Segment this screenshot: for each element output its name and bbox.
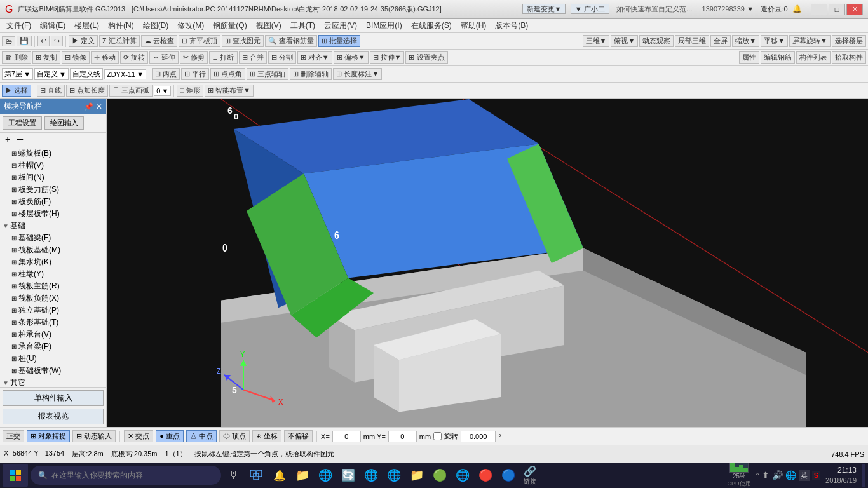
tree-item-jishuikeng[interactable]: ⊞集水坑(K) — [1, 256, 105, 268]
tray-up[interactable]: ⬆ — [762, 470, 770, 480]
bell-icon[interactable]: 🔔 — [792, 4, 802, 13]
notification-icon[interactable]: 🔔 — [269, 465, 290, 485]
menu-file[interactable]: 文件(F) — [3, 19, 35, 32]
tree-item-zhuma[interactable]: ⊟柱帽(V) — [1, 159, 105, 172]
start-button[interactable] — [3, 464, 28, 487]
tray-sound[interactable]: 🔊 — [772, 470, 783, 480]
intersect-btn[interactable]: ✕ 交点 — [124, 430, 153, 442]
tree-item-dulijic[interactable]: ⊞独立基础(P) — [1, 304, 105, 316]
mic-icon[interactable]: 🎙 — [224, 465, 244, 485]
rotate-input[interactable] — [461, 431, 496, 442]
tree-item-tiaoxingjic[interactable]: ⊞条形基础(T) — [1, 316, 105, 329]
parallel-btn[interactable]: ⊞ 平行 — [181, 68, 209, 80]
comp-list-btn[interactable]: 构件列表 — [796, 51, 831, 64]
ie2-icon[interactable]: 🌐 — [384, 465, 404, 485]
move-btn[interactable]: ✛ 移动 — [91, 51, 119, 64]
zoom-btn[interactable]: 缩放▼ — [732, 35, 759, 47]
stretch-btn[interactable]: ⊞ 拉伸▼ — [370, 51, 405, 64]
batch-select-btn[interactable]: ⊞ 批量选择 — [318, 35, 360, 47]
menu-steel[interactable]: 钢筋量(Q) — [209, 19, 250, 32]
single-comp-btn[interactable]: 单构件输入 — [3, 390, 104, 406]
divide-btn[interactable]: ⊟ 分割 — [268, 51, 296, 64]
menu-bim[interactable]: BIM应用(I) — [362, 19, 406, 32]
ie-icon[interactable]: 🌐 — [361, 465, 381, 485]
tree-group-qita[interactable]: ▼其它 — [1, 377, 105, 387]
new-btn[interactable]: 🗁 — [2, 36, 15, 46]
extend-btn[interactable]: ↔ 延伸 — [149, 51, 179, 64]
minimize-button[interactable]: ─ — [811, 4, 827, 15]
tree-item-zhuang[interactable]: ⊞桩(U) — [1, 353, 105, 365]
remove-item-btn[interactable]: ─ — [14, 134, 25, 144]
mirror-btn[interactable]: ⊟ 镜像 — [62, 51, 90, 64]
close-button[interactable]: ✕ — [846, 4, 863, 15]
pin-btn[interactable]: 📌 — [84, 102, 93, 111]
tree-item-jichuband[interactable]: ⊞基础板带(W) — [1, 365, 105, 377]
dynamic-obs-btn[interactable]: 动态观察 — [639, 35, 674, 47]
tree-item-louyiban[interactable]: ⊞楼层板带(H) — [1, 208, 105, 220]
copy-btn[interactable]: ⊞ 复制 — [32, 51, 60, 64]
tray-sogou[interactable]: S — [812, 471, 820, 480]
file-explorer-icon[interactable]: 📁 — [292, 465, 313, 485]
tray-ime[interactable]: 英 — [799, 470, 810, 481]
two-pts-btn[interactable]: ⊞ 两点 — [152, 68, 180, 80]
pt-len-btn[interactable]: ⊞ 点加长度 — [66, 85, 108, 97]
setpoint-btn[interactable]: ⊞ 设置夹点 — [405, 51, 447, 64]
maximize-button[interactable]: □ — [829, 4, 845, 15]
custom-line-dropdown[interactable]: 自定义线 — [70, 68, 103, 80]
tree-item-faban[interactable]: ⊞筏板基础(M) — [1, 244, 105, 256]
menu-modify[interactable]: 修改(M) — [173, 19, 208, 32]
tree-item-chengtailiang[interactable]: ⊞承台梁(P) — [1, 341, 105, 353]
menu-view[interactable]: 视图(V) — [252, 19, 285, 32]
coord-btn[interactable]: ⊕ 坐标 — [252, 430, 281, 442]
view-steel-btn[interactable]: 🔍 查看钢筋量 — [265, 35, 317, 47]
x-input[interactable] — [332, 431, 361, 442]
local-3d-btn[interactable]: 局部三维 — [675, 35, 709, 47]
three-axis-btn[interactable]: ⊞ 三点辅轴 — [247, 68, 288, 80]
project-settings-btn[interactable]: 工程设置 — [3, 116, 42, 130]
tree-item-jichuliang[interactable]: ⊞基础梁(F) — [1, 232, 105, 244]
tree-item-fabanfujin[interactable]: ⊞筏板负筋(X) — [1, 292, 105, 304]
phone-arrow[interactable]: ▼ — [747, 5, 754, 13]
no-offset-btn[interactable]: 不偏移 — [284, 430, 313, 442]
attr-btn[interactable]: 属性 — [739, 51, 759, 64]
draw-input-btn[interactable]: 绘图输入 — [44, 116, 84, 130]
cloud-check-btn[interactable]: ☁ 云检查 — [141, 35, 177, 47]
rotate-elem-btn[interactable]: ⟳ 旋转 — [120, 51, 148, 64]
menu-online[interactable]: 在线服务(S) — [407, 19, 456, 32]
select-layer-btn[interactable]: 选择楼层 — [832, 35, 866, 47]
pan-btn[interactable]: 平移▼ — [761, 35, 788, 47]
len-mark-btn[interactable]: ⊞ 长度标注▼ — [333, 68, 382, 80]
y-input[interactable] — [388, 431, 417, 442]
menu-edit[interactable]: 编辑(E) — [36, 19, 69, 32]
menu-component[interactable]: 构件(N) — [104, 19, 138, 32]
save-btn[interactable]: 💾 — [17, 36, 32, 46]
tree-item-banfujin[interactable]: ⊞板负筋(F) — [1, 196, 105, 208]
find-elem-btn[interactable]: ⊞ 查找图元 — [222, 35, 264, 47]
del-axis-btn[interactable]: ⊞ 删除辅轴 — [290, 68, 332, 80]
notification-area-btn[interactable] — [862, 464, 865, 487]
taskbar-search[interactable]: 🔍 在这里输入你要搜索的内容 — [31, 466, 221, 485]
merge-btn[interactable]: ⊞ 合并 — [239, 51, 267, 64]
arc-btn[interactable]: ⌒ 三点画弧 — [109, 85, 153, 97]
pick-comp-btn[interactable]: 拾取构件 — [832, 51, 866, 64]
align-btn[interactable]: ⊞ 对齐▼ — [297, 51, 332, 64]
tree-item-luoxuanban[interactable]: ⊞螺旋板(B) — [1, 147, 105, 159]
zdyx-dropdown[interactable]: ZDYX-11 ▼ — [104, 69, 146, 79]
tree-item-zhuangtai[interactable]: ⊞桩承台(V) — [1, 329, 105, 341]
cpu-indicator[interactable]: 25% CPU使用 — [728, 463, 751, 488]
rotate-check[interactable] — [433, 432, 442, 440]
report-btn[interactable]: 报表视览 — [3, 409, 104, 424]
tree-group-jichu[interactable]: ▼基础 — [1, 220, 105, 232]
app-green-icon[interactable]: 🟢 — [430, 465, 450, 485]
fullscreen-btn[interactable]: 全屏 — [710, 35, 731, 47]
panel-close-btn[interactable]: ✕ — [96, 102, 102, 111]
dynamic-input-btn[interactable]: ⊞ 动态输入 — [72, 430, 116, 442]
break-btn[interactable]: ⊥ 打断 — [209, 51, 237, 64]
undo-btn[interactable]: ↩ — [37, 36, 50, 46]
topview-btn[interactable]: 俯视▼ — [611, 35, 638, 47]
task-view-btn[interactable] — [247, 465, 267, 485]
rotate-btn[interactable]: 屏幕旋转▼ — [789, 35, 831, 47]
link-btn[interactable]: 🔗 链接 — [521, 464, 539, 487]
menu-version[interactable]: 版本号(B) — [491, 19, 532, 32]
offset-btn[interactable]: ⊞ 偏移▼ — [334, 51, 369, 64]
